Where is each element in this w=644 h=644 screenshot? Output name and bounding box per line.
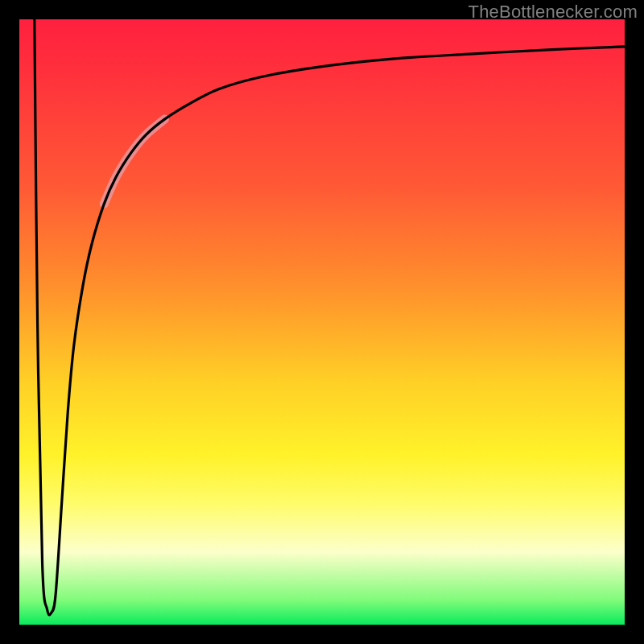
bottleneck-curve <box>35 19 625 615</box>
curve-layer <box>19 19 625 625</box>
chart-container: TheBottlenecker.com <box>0 0 644 644</box>
curve-highlight <box>104 119 164 204</box>
plot-area <box>19 19 625 625</box>
